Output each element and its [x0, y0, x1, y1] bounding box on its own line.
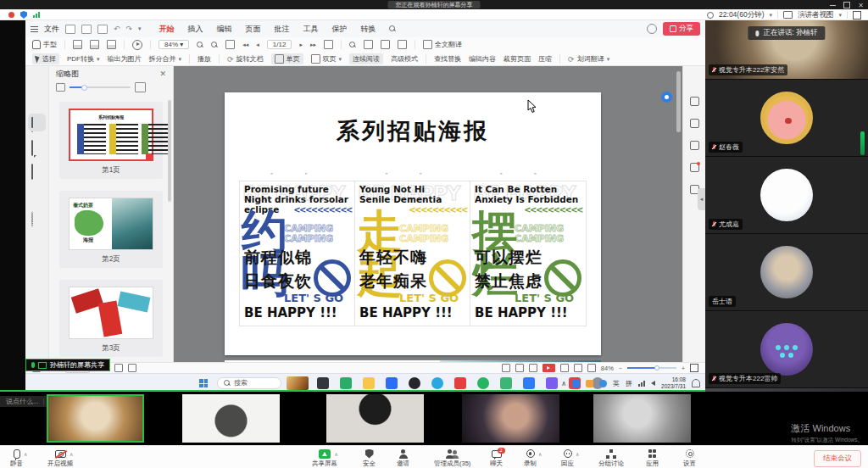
assistant-bubble-icon[interactable] — [661, 92, 672, 103]
xiaohongshu-app-icon[interactable] — [454, 377, 466, 389]
camera-button[interactable]: ∧ 开启视频 — [47, 448, 73, 468]
open-file-icon[interactable] — [65, 25, 75, 34]
wifi-icon[interactable] — [638, 381, 645, 387]
fit-width-icon[interactable] — [114, 364, 123, 372]
zoom-level-select[interactable]: 84% ▾ — [159, 40, 189, 49]
tab-edit[interactable]: 编辑 — [210, 22, 239, 36]
security-button[interactable]: 安全 — [363, 448, 376, 468]
compress-button[interactable]: 压缩 — [538, 54, 552, 64]
breakout-rooms-button[interactable]: 分组讨论 — [598, 448, 624, 468]
settings-button[interactable]: 设置 — [683, 448, 696, 468]
video-thumbnail[interactable] — [462, 394, 559, 443]
notifications-icon[interactable] — [692, 379, 700, 387]
tab-home[interactable]: 开始 — [153, 22, 181, 36]
wecom-app-icon[interactable] — [500, 377, 512, 389]
crop-icon[interactable] — [381, 40, 390, 49]
double-page-button[interactable]: 双页 ▾ — [311, 54, 342, 64]
notes-icon[interactable] — [690, 119, 699, 128]
onedrive-tray-icon[interactable] — [572, 380, 580, 387]
file-explorer-icon[interactable] — [363, 377, 375, 389]
find-icon[interactable] — [349, 42, 356, 48]
annotation-pen-icon[interactable] — [31, 188, 42, 199]
participant-tile-5[interactable]: 视觉专升本222雷帅 — [705, 311, 868, 387]
reading-tools-icon[interactable] — [690, 97, 699, 106]
print-icon[interactable] — [97, 25, 108, 34]
single-page-button[interactable]: 单页 — [271, 53, 303, 64]
chevron-down-icon[interactable]: ▾ — [138, 25, 142, 32]
ime-language-pinyin[interactable]: 拼 — [626, 379, 632, 388]
zoom-out-icon[interactable]: − — [619, 365, 622, 371]
maximize-icon[interactable] — [843, 2, 850, 8]
edit-content-button[interactable]: 编辑内容 — [469, 54, 496, 64]
next-page-icon[interactable]: ▸ — [299, 42, 303, 48]
zoom-out-icon[interactable] — [197, 42, 203, 48]
wechat-app-icon[interactable] — [340, 377, 352, 389]
qq-app-icon[interactable] — [523, 377, 535, 389]
taskbar-search[interactable]: 搜索 — [217, 377, 281, 389]
bookmark-panel-icon[interactable] — [31, 93, 42, 104]
page-number-input[interactable]: 1/12 — [267, 40, 292, 49]
close-panel-icon[interactable]: ✕ — [159, 70, 166, 78]
full-translate-button[interactable]: 全文翻译 — [423, 40, 462, 49]
edit-content-icon[interactable] — [364, 40, 373, 49]
compress-icon[interactable] — [398, 40, 407, 49]
fit-page-icon[interactable] — [128, 364, 136, 372]
crop-page-button[interactable]: 裁剪页面 — [504, 54, 531, 64]
thumb-larger-icon[interactable] — [135, 82, 146, 92]
close-icon[interactable]: ✕ — [858, 3, 864, 8]
record-button[interactable]: ∧ 录制 — [524, 448, 537, 468]
zoom-in-icon[interactable] — [211, 42, 218, 48]
tab-insert[interactable]: 插入 — [181, 22, 210, 36]
fullscreen-icon[interactable] — [853, 11, 861, 20]
photoshop-app-icon[interactable] — [386, 377, 398, 389]
photos-app-icon[interactable] — [317, 377, 329, 389]
widgets-weather-button[interactable] — [287, 376, 309, 390]
screen-share-label[interactable]: 孙楠轩的屏幕共享 — [25, 359, 110, 371]
participant-tile-2[interactable]: 赵春薇 — [705, 80, 868, 156]
slideshow-play-icon[interactable] — [542, 364, 555, 372]
end-meeting-button[interactable]: 结束会议 — [814, 450, 861, 467]
select-tool-button[interactable]: 选择 — [32, 53, 59, 64]
redo-icon[interactable]: ↷ — [126, 25, 133, 33]
video-thumbnail[interactable] — [593, 394, 691, 443]
status-zoom-level[interactable]: 84% — [601, 365, 614, 372]
tray-app-icon[interactable] — [586, 380, 593, 387]
auto-scroll-icon[interactable] — [502, 364, 510, 372]
tab-page[interactable]: 页面 — [239, 22, 268, 36]
share-screen-button[interactable]: ∧ 共享屏幕 — [312, 448, 337, 468]
page-thumbnail-2[interactable]: 泰式奶茶 海报 第2页 — [59, 191, 163, 268]
panel-settings-icon[interactable] — [31, 212, 42, 223]
zoom-in-icon[interactable]: + — [682, 365, 685, 371]
meeting-duration[interactable]: 22:04(60分钟) — [719, 10, 764, 20]
pdf-convert-button[interactable]: PDF转换 ▾ — [67, 54, 100, 64]
pause-icon[interactable] — [529, 364, 537, 372]
thumb-panel-scrollbar[interactable] — [168, 100, 171, 202]
fit-page-icon[interactable] — [225, 40, 235, 49]
attachments-panel-icon[interactable] — [31, 164, 42, 176]
split-merge-button[interactable]: 拆分合并 ▾ — [149, 54, 182, 64]
save-icon[interactable] — [81, 25, 92, 34]
split-merge-icon[interactable] — [107, 40, 116, 49]
manage-members-button[interactable]: 管理成员(35) — [434, 448, 470, 468]
rotate-doc-button[interactable]: ⟳旋转文档 — [227, 54, 264, 64]
advanced-mode-button[interactable]: 高级模式 — [391, 54, 418, 64]
chat-button[interactable]: 2 聊天 — [490, 448, 503, 468]
edge-browser-icon[interactable] — [431, 377, 443, 389]
pdf-canvas[interactable]: 系列招贴海报 ” ”” ”” ” BE HAPPY Promising futu… — [174, 66, 682, 362]
comments-panel-icon[interactable] — [31, 141, 42, 152]
taskbar-clock[interactable]: 16:082023/7/31 — [661, 376, 686, 390]
pdf-share-button[interactable]: 分享 — [663, 22, 700, 36]
thumb-size-slider[interactable] — [70, 86, 131, 88]
highlight-icon[interactable] — [690, 141, 699, 150]
fullscreen-icon[interactable] — [690, 364, 698, 372]
tab-tools[interactable]: 工具 — [297, 22, 326, 36]
prev-page-icon[interactable]: ◂ — [256, 42, 259, 48]
chevron-down-icon[interactable]: ▾ — [838, 12, 842, 19]
ime-language-en[interactable]: 英 — [613, 379, 620, 388]
tab-protect[interactable]: 保护 — [326, 22, 354, 36]
undo-icon[interactable]: ↶ — [114, 25, 120, 33]
tray-expand-icon[interactable]: ∧ — [561, 380, 566, 387]
tab-annotate[interactable]: 批注 — [268, 22, 297, 36]
bookmark-icon[interactable] — [587, 364, 596, 372]
last-page-icon[interactable]: ▸▸ — [310, 42, 316, 48]
